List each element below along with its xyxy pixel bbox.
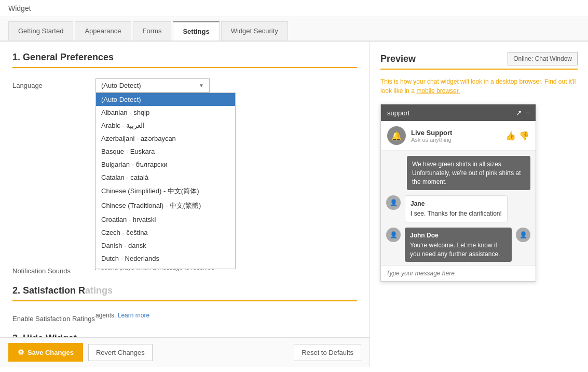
tab-widget-security[interactable]: Widget Security	[221, 21, 288, 41]
main-layout: 1. General Preferences Language (Auto De…	[0, 42, 588, 367]
notification-label: Notification Sounds	[12, 264, 95, 275]
chat-header-icons: ↗ −	[516, 109, 529, 117]
language-select-display[interactable]: (Auto Detect) ▼	[95, 78, 210, 92]
top-bar: Widget	[0, 0, 588, 17]
dropdown-item-en[interactable]: English - English	[96, 265, 235, 269]
thumbs-up-icon[interactable]: 👍	[505, 131, 516, 141]
enable-satisfaction-desc: agents. Learn more	[95, 312, 149, 319]
agents-text: agents.	[95, 312, 116, 319]
chat-thumbs: 👍 👎	[505, 131, 529, 141]
reset-defaults-button[interactable]: Reset to Defaults	[294, 344, 361, 361]
section-general-title: 1. General Preferences	[12, 52, 357, 63]
tabs-bar: Getting Started Appearance Forms Setting…	[0, 17, 588, 42]
dropdown-item-da[interactable]: Danish - dansk	[96, 239, 235, 252]
agent2-text: You're welcome. Let me know if you need …	[410, 242, 500, 258]
language-selected-value: (Auto Detect)	[101, 82, 141, 89]
preview-desc: This is how your chat widget will look i…	[380, 77, 578, 96]
enable-satisfaction-label: Enable Satisfaction Ratings	[12, 312, 95, 323]
agent2-bubble: John Doe You're welcome. Let me know if …	[405, 228, 512, 262]
preview-divider	[380, 69, 578, 70]
visitor-avatar: 👤	[386, 195, 401, 210]
dropdown-item-eu[interactable]: Basque - Euskara	[96, 145, 235, 158]
chat-agent-row: 🔔 Live Support Ask us anything 👍 👎	[381, 121, 536, 151]
chat-input-area[interactable]	[381, 265, 536, 281]
right-panel: Preview Online: Chat Window This is how …	[370, 42, 588, 367]
agent-subtitle: Ask us anything	[411, 137, 500, 143]
agent2-avatar: 👤	[386, 228, 401, 242]
section-general-divider	[12, 67, 357, 68]
footer-bar: ⚙ Save Changes Revert Changes Reset to D…	[0, 337, 370, 367]
dropdown-item-zhs[interactable]: Chinese (Simplified) - 中文(简体)	[96, 184, 235, 198]
mobile-browser-link[interactable]: mobile browser.	[416, 87, 460, 95]
dropdown-item-cs[interactable]: Czech - čeština	[96, 226, 235, 239]
minimize-icon[interactable]: −	[525, 109, 529, 117]
language-label: Language	[12, 78, 95, 89]
left-panel: 1. General Preferences Language (Auto De…	[0, 42, 370, 367]
preview-title: Preview	[380, 54, 416, 64]
chat-header: support ↗ −	[381, 104, 536, 121]
dropdown-item-bg[interactable]: Bulgarian - български	[96, 158, 235, 171]
tab-forms[interactable]: Forms	[133, 21, 172, 41]
app-title: Widget	[8, 4, 31, 12]
tab-settings[interactable]: Settings	[173, 21, 219, 41]
thumbs-down-icon[interactable]: 👎	[519, 131, 529, 141]
dropdown-item-ar[interactable]: Arabic - العربية	[96, 119, 235, 132]
save-changes-button[interactable]: ⚙ Save Changes	[8, 343, 83, 362]
dropdown-item-auto[interactable]: (Auto Detect)	[96, 93, 235, 106]
dropdown-item-sq[interactable]: Albanian - shqip	[96, 106, 235, 119]
agent2-message-row: 👤 John Doe You're welcome. Let me know i…	[386, 228, 530, 262]
preview-header: Preview Online: Chat Window	[380, 52, 578, 65]
expand-icon[interactable]: ↗	[516, 109, 522, 117]
dropdown-item-nl[interactable]: Dutch - Nederlands	[96, 252, 235, 265]
chat-header-title: support	[387, 109, 409, 117]
chat-widget: support ↗ − 🔔 Live Support Ask us anythi…	[380, 104, 536, 282]
chat-messages: We have green shirts in all sizes. Unfor…	[381, 151, 536, 265]
tab-appearance[interactable]: Appearance	[75, 21, 131, 41]
language-row: Language (Auto Detect) ▼ (Auto Detect) A…	[12, 78, 357, 92]
tab-getting-started[interactable]: Getting Started	[8, 21, 73, 41]
visitor-message-row: 👤 Jane I see. Thanks for the clarificati…	[386, 195, 530, 222]
agent2-name: John Doe	[410, 231, 507, 240]
revert-changes-button[interactable]: Revert Changes	[88, 344, 153, 361]
preview-mode-button[interactable]: Online: Chat Window	[508, 52, 578, 65]
visitor-text: I see. Thanks for the clarification!	[411, 210, 502, 217]
chat-message-input[interactable]	[386, 270, 530, 277]
learn-more-link[interactable]: Learn more	[118, 312, 149, 319]
section-satisfaction-title: 2. Satisfaction Ratings	[12, 285, 357, 296]
dropdown-item-ca[interactable]: Catalan - català	[96, 171, 235, 184]
chevron-down-icon: ▼	[199, 83, 204, 88]
section-satisfaction-divider	[12, 300, 357, 301]
visitor-bubble: Jane I see. Thanks for the clarification…	[405, 195, 508, 222]
save-icon: ⚙	[18, 348, 24, 356]
visitor-name: Jane	[411, 200, 502, 208]
language-dropdown: (Auto Detect) Albanian - shqip Arabic - …	[95, 92, 236, 269]
dropdown-item-hr[interactable]: Croatian - hrvatski	[96, 213, 235, 226]
agent-message-1: We have green shirts in all sizes. Unfor…	[407, 156, 530, 190]
section-satisfaction: 2. Satisfaction Ratings Enable Satisfact…	[12, 285, 357, 323]
enable-satisfaction-row: Enable Satisfaction Ratings agents. Lear…	[12, 312, 357, 323]
dropdown-item-zht[interactable]: Chinese (Traditional) - 中文(繁體)	[96, 198, 235, 213]
agent-avatar: 🔔	[387, 126, 406, 145]
language-select-wrapper: (Auto Detect) ▼ (Auto Detect) Albanian -…	[95, 78, 210, 92]
agent-name: Live Support	[411, 129, 500, 137]
dropdown-item-az[interactable]: Azerbaijani - azərbaycan	[96, 132, 235, 145]
agent-info: Live Support Ask us anything	[411, 129, 500, 143]
agent2-avatar-right: 👤	[516, 228, 530, 242]
